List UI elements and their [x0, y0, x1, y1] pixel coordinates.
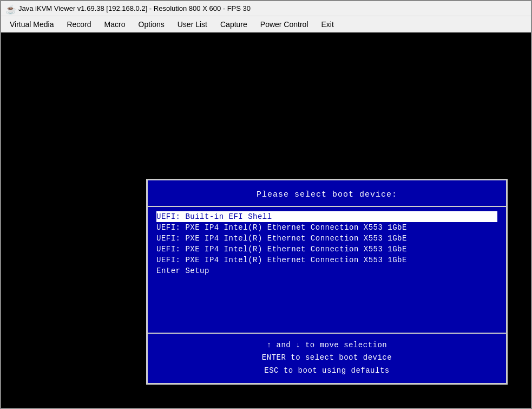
boot-item-2[interactable]: UEFI: PXE IP4 Intel(R) Ethernet Connecti…: [156, 233, 497, 244]
menu-power-control[interactable]: Power Control: [254, 18, 315, 31]
boot-footer-line-1: ↑ and ↓ to move selection: [153, 339, 501, 352]
boot-item-4[interactable]: UEFI: PXE IP4 Intel(R) Ethernet Connecti…: [156, 255, 497, 265]
boot-dialog-header: Please select boot device:: [148, 180, 506, 207]
menu-exit[interactable]: Exit: [315, 18, 340, 31]
boot-footer-line-3: ESC to boot using defaults: [153, 365, 501, 378]
menu-record[interactable]: Record: [60, 18, 97, 31]
menu-user-list[interactable]: User List: [171, 18, 214, 31]
boot-item-3[interactable]: UEFI: PXE IP4 Intel(R) Ethernet Connecti…: [156, 244, 497, 255]
boot-dialog-footer: ↑ and ↓ to move selection ENTER to selec…: [148, 334, 506, 383]
title-bar-text: Java iKVM Viewer v1.69.38 [192.168.0.2] …: [18, 4, 251, 12]
boot-item-0[interactable]: UEFI: Built-in EFI Shell: [156, 211, 497, 222]
title-bar: ☕ Java iKVM Viewer v1.69.38 [192.168.0.2…: [1, 1, 531, 16]
app-icon: ☕: [5, 4, 14, 13]
menu-options[interactable]: Options: [132, 18, 171, 31]
menu-virtual-media[interactable]: Virtual Media: [3, 18, 60, 31]
menu-bar: Virtual Media Record Macro Options User …: [1, 16, 531, 33]
boot-item-1[interactable]: UEFI: PXE IP4 Intel(R) Ethernet Connecti…: [156, 222, 497, 233]
boot-device-list[interactable]: UEFI: Built-in EFI Shell UEFI: PXE IP4 I…: [148, 207, 506, 334]
boot-dialog: Please select boot device: UEFI: Built-i…: [146, 179, 508, 385]
menu-macro[interactable]: Macro: [98, 18, 132, 31]
boot-footer-line-2: ENTER to select boot device: [153, 352, 501, 365]
main-window: ☕ Java iKVM Viewer v1.69.38 [192.168.0.2…: [0, 0, 532, 409]
menu-capture[interactable]: Capture: [214, 18, 254, 31]
boot-item-5[interactable]: Enter Setup: [156, 265, 497, 276]
kvm-screen[interactable]: Please select boot device: UEFI: Built-i…: [1, 33, 531, 408]
